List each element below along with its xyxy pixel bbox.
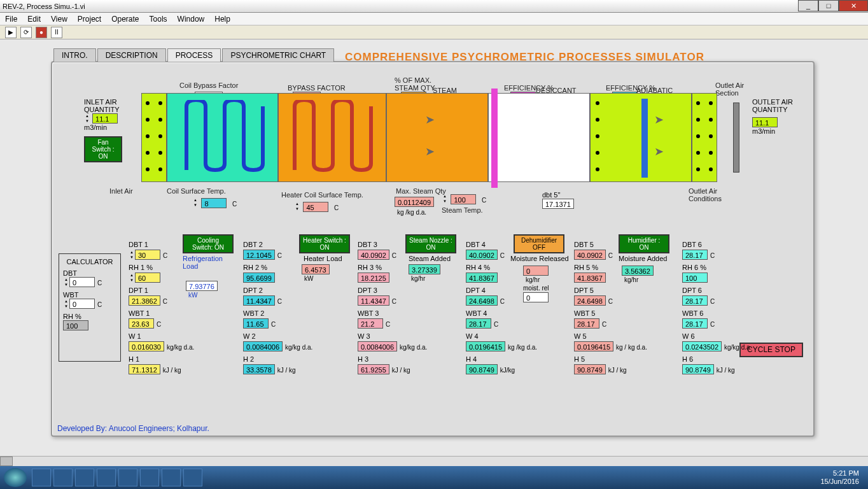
cooling-surf-label: Coil Surface Temp.: [167, 187, 226, 195]
inlet-air-label: Inlet Air: [109, 187, 133, 195]
steam-temp-spin[interactable]: [442, 194, 448, 204]
menu-project[interactable]: Project: [78, 15, 101, 24]
calc-dbt-value[interactable]: 0: [69, 277, 95, 287]
c6-w: 0.0243502: [682, 341, 722, 351]
horizontal-scrollbar[interactable]: [0, 456, 868, 466]
c5-dpt: 24.6498: [574, 295, 606, 306]
c6-dbt: 28.17: [682, 250, 708, 260]
steam-temp-label: Steam Temp.: [442, 206, 486, 214]
c5-rh: 41.8367: [574, 273, 606, 283]
heating-surf-spin[interactable]: [294, 201, 300, 211]
c3-h: 61.9255: [358, 364, 389, 374]
c5-w: 0.0196415: [574, 341, 613, 351]
tab-psychrometric[interactable]: PSYCHROMETRIC CHART: [222, 48, 334, 62]
menu-tools[interactable]: Tools: [150, 15, 167, 24]
tab-intro[interactable]: INTRO.: [53, 48, 96, 62]
system-clock[interactable]: 5:21 PM 15/Jun/2016: [820, 469, 864, 486]
state-col-6: DBT 628.17C RH 6 %100 DPT 628.17C WBT 62…: [682, 241, 778, 378]
c3-dpt: 11.4347: [358, 295, 389, 306]
c1-h-label: H 1: [129, 355, 224, 363]
menu-file[interactable]: File: [5, 15, 17, 24]
fan-switch-button[interactable]: Fan Switch : ON: [84, 136, 122, 162]
c2-wbt: 11.65: [243, 318, 269, 329]
dbt5sec-label: dbt 5'': [542, 191, 574, 199]
c4-rh: 41.8367: [466, 273, 498, 283]
taskbar-app-5[interactable]: [118, 469, 137, 486]
calc-wbt-value[interactable]: 0: [69, 299, 95, 309]
c6-wbt: 28.17: [682, 318, 708, 329]
run-continuous-button[interactable]: ⟳: [20, 27, 32, 38]
cooling-surf-spin[interactable]: [192, 197, 199, 208]
inlet-qty-spin[interactable]: [84, 113, 90, 124]
c1-dbt[interactable]: 30: [135, 250, 160, 260]
heating-surf-unit: C: [334, 204, 339, 211]
c1-rh-spin[interactable]: [129, 273, 135, 283]
c2-rh: 95.6699: [243, 273, 275, 283]
tab-description[interactable]: DESCRIPTION: [97, 48, 166, 62]
taskbar: 5:21 PM 15/Jun/2016: [0, 466, 868, 489]
c4-h: 90.8749: [466, 364, 498, 374]
heating-surf-value[interactable]: 45: [303, 202, 328, 212]
c1-h: 71.1312: [129, 364, 160, 374]
start-button[interactable]: [4, 468, 27, 487]
cooling-surf-unit: C: [232, 201, 237, 208]
c3-rh: 18.2125: [358, 273, 389, 283]
menu-edit[interactable]: Edit: [27, 15, 41, 24]
c1-dpt: 21.3862: [129, 295, 160, 306]
abort-button[interactable]: ●: [36, 27, 47, 38]
steam-max-value: 0.0112409: [395, 197, 434, 207]
stage-dehum: [488, 93, 590, 182]
calc-rh-label: RH: [63, 313, 73, 320]
taskbar-app-7[interactable]: [162, 469, 181, 486]
menu-bar: File Edit View Project Operate Tools Win…: [0, 13, 868, 25]
taskbar-app-6[interactable]: [140, 469, 159, 486]
stage-inlet: [141, 93, 167, 182]
cooling-bypass-label: Coil Bypass Factor: [179, 82, 238, 89]
taskbar-app-2[interactable]: [53, 469, 73, 486]
inlet-unit: m3/min: [84, 124, 135, 131]
inlet-block: INLET AIR QUANTITY 11.1 m3/min Fan Switc…: [84, 98, 135, 162]
c2-h: 33.3578: [243, 364, 275, 374]
state-col-3: DBT 340.0902C RH 3 %18.2125 DPT 311.4347…: [358, 241, 453, 378]
c1-w: 0.016030: [129, 341, 164, 351]
c1-dbt-spin[interactable]: [129, 250, 135, 260]
taskbar-app-8[interactable]: [183, 469, 202, 486]
outlet-unit: m3/min: [752, 127, 803, 135]
taskbar-app-1[interactable]: [32, 469, 51, 486]
pause-button[interactable]: II: [51, 27, 62, 38]
clock-time: 5:21 PM: [820, 469, 859, 478]
outlet-slider[interactable]: [733, 103, 739, 173]
calc-dbt-spin[interactable]: [63, 277, 69, 287]
menu-help[interactable]: Help: [214, 15, 230, 24]
close-button[interactable]: ✕: [839, 0, 868, 11]
main-panel: INTRO. DESCRIPTION PROCESS PSYCHROMETRIC…: [51, 61, 815, 437]
taskbar-app-3[interactable]: [75, 469, 94, 486]
taskbar-app-4[interactable]: [97, 469, 116, 486]
c1-wbt-label: WBT 1: [129, 309, 224, 317]
minimize-button[interactable]: _: [798, 0, 818, 11]
run-button[interactable]: ▶: [5, 27, 17, 38]
state-col-4: DBT 440.0902C RH 4 %41.8367 DPT 424.6498…: [466, 241, 561, 378]
state-col-1: DBT 130C RH 1 %60 DPT 121.3862C WBT 123.…: [129, 241, 224, 378]
maximize-button[interactable]: □: [818, 0, 839, 11]
inlet-qty-value[interactable]: 11.1: [92, 113, 118, 124]
c1-dpt-label: DPT 1: [129, 287, 224, 294]
menu-window[interactable]: Window: [178, 15, 205, 24]
menu-operate[interactable]: Operate: [111, 15, 139, 24]
c4-dbt: 40.0902: [466, 250, 498, 260]
c1-rh[interactable]: 60: [135, 273, 160, 283]
stage-outlet: [692, 93, 717, 182]
tab-process[interactable]: PROCESS: [167, 48, 221, 62]
state-col-2: DBT 212.1045C RH 2 %95.6699 DPT 211.4347…: [243, 241, 339, 378]
calc-wbt-spin[interactable]: [63, 299, 69, 309]
cooling-surf-value[interactable]: 8: [201, 198, 227, 208]
outlet-cond-label: Outlet Air Conditions: [689, 187, 739, 202]
c2-dpt: 11.4347: [243, 295, 275, 306]
dbt5sec-value: 17.1371: [542, 199, 574, 209]
menu-view[interactable]: View: [51, 15, 67, 24]
page-title: COMPREHENSIVE PSYCHROMETRIC PROCESSES SI…: [345, 51, 704, 64]
stage-cooling: [167, 93, 278, 182]
steam-temp-value[interactable]: 100: [451, 194, 476, 204]
state-col-5: DBT 540.0902C RH 5 %41.8367 DPT 524.6498…: [574, 241, 669, 378]
outlet-label: OUTLET AIR QUANTITY: [752, 98, 803, 113]
